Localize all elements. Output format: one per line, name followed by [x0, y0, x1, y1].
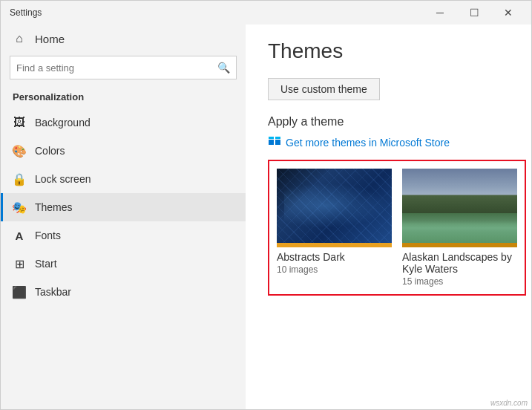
svg-rect-1 [275, 140, 280, 145]
fonts-icon: A [13, 229, 26, 242]
themes-icon: 🎭 [13, 201, 26, 214]
theme-bottom-bar-alaskan [402, 243, 517, 247]
store-icon [268, 136, 281, 149]
theme-card-alaskan[interactable]: Alaskan Landscapes by Kyle Waters 15 ima… [402, 169, 517, 287]
svg-rect-0 [269, 140, 274, 145]
page-title: Themes [268, 39, 509, 63]
sidebar-section-label: Personalization [1, 87, 246, 108]
sidebar-item-fonts[interactable]: A Fonts [1, 221, 246, 250]
theme-count-alaskan: 15 images [402, 276, 517, 287]
sidebar-item-themes[interactable]: 🎭 Themes [1, 193, 246, 221]
main-content: Themes Use custom theme Apply a theme Ge… [246, 25, 531, 409]
sidebar-item-taskbar[interactable]: ⬛ Taskbar [1, 278, 246, 306]
ms-store-link[interactable]: Get more themes in Microsoft Store [268, 136, 509, 149]
apply-theme-label: Apply a theme [268, 115, 509, 128]
sidebar-item-home[interactable]: ⌂ Home [1, 25, 246, 53]
sidebar: ⌂ Home 🔍 Personalization 🖼 Background 🎨 [1, 25, 246, 409]
search-icon: 🔍 [217, 62, 230, 74]
sidebar-item-lockscreen-label: Lock screen [35, 173, 91, 185]
theme-card-abstracts[interactable]: Abstracts Dark 10 images [277, 169, 392, 287]
sidebar-item-start[interactable]: ⊞ Start [1, 250, 246, 278]
minimize-button[interactable]: ─ [423, 1, 457, 25]
svg-rect-3 [275, 137, 280, 139]
sidebar-home-label: Home [35, 33, 65, 45]
sidebar-item-colors[interactable]: 🎨 Colors [1, 137, 246, 165]
ms-store-link-label: Get more themes in Microsoft Store [286, 137, 450, 149]
theme-bottom-bar-abstracts [277, 243, 392, 247]
sidebar-item-start-label: Start [35, 258, 57, 270]
abstracts-image [277, 169, 392, 243]
svg-rect-2 [269, 137, 274, 139]
sidebar-item-lockscreen[interactable]: 🔒 Lock screen [1, 165, 246, 193]
sidebar-item-colors-label: Colors [35, 145, 65, 157]
theme-count-abstracts: 10 images [277, 264, 392, 275]
window-title: Settings [10, 7, 42, 18]
watermark: wsxdn.com [490, 399, 528, 407]
maximize-button[interactable]: ☐ [457, 1, 491, 25]
lockscreen-icon: 🔒 [13, 172, 26, 186]
start-icon: ⊞ [13, 257, 26, 270]
sidebar-item-themes-label: Themes [35, 201, 73, 213]
title-bar: Settings ─ ☐ ✕ [1, 1, 531, 25]
theme-grid: Abstracts Dark 10 images Alaskan Landsca… [268, 160, 526, 296]
sidebar-item-fonts-label: Fonts [35, 230, 61, 241]
sidebar-item-taskbar-label: Taskbar [35, 286, 71, 298]
sidebar-item-background-label: Background [35, 117, 91, 128]
theme-name-abstracts: Abstracts Dark [277, 251, 392, 263]
taskbar-icon: ⬛ [13, 285, 26, 299]
theme-thumbnail-abstracts [277, 169, 392, 243]
alaskan-image [402, 169, 517, 243]
main-area: ⌂ Home 🔍 Personalization 🖼 Background 🎨 [1, 25, 531, 409]
colors-icon: 🎨 [13, 144, 26, 157]
theme-name-alaskan: Alaskan Landscapes by Kyle Waters [402, 251, 517, 275]
sidebar-item-background[interactable]: 🖼 Background [1, 108, 246, 137]
window-controls: ─ ☐ ✕ [423, 1, 525, 25]
theme-thumbnail-alaskan [402, 169, 517, 243]
background-icon: 🖼 [13, 116, 26, 129]
use-custom-theme-button[interactable]: Use custom theme [268, 78, 380, 100]
search-box[interactable]: 🔍 [10, 56, 237, 79]
search-input[interactable] [16, 62, 217, 74]
home-icon: ⌂ [13, 32, 26, 45]
close-button[interactable]: ✕ [491, 1, 525, 25]
